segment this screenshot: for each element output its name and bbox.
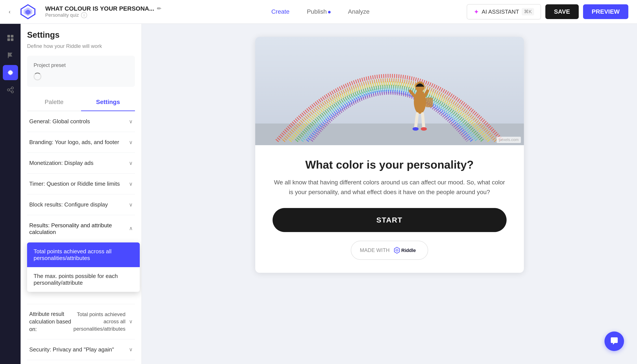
tab-palette[interactable]: Palette xyxy=(27,94,81,111)
accordion-block-results: Block results: Configure display ∨ xyxy=(27,194,135,215)
riddle-logo xyxy=(19,3,36,20)
top-nav: ‹ WHAT COLOUR IS YOUR PERSONA... ✏ Perso… xyxy=(0,0,637,24)
tab-create[interactable]: Create xyxy=(271,6,290,17)
svg-text:Riddle: Riddle xyxy=(401,248,416,253)
image-credit: pexels.com xyxy=(496,137,521,143)
quiz-title: What color is your personality? xyxy=(272,158,506,171)
nav-actions: ✦ AI ASSISTANT ⌘K SAVE PREVIEW xyxy=(467,4,628,20)
chevron-up-icon: ∨ xyxy=(129,226,133,232)
tab-analyze[interactable]: Analyze xyxy=(348,6,370,17)
ai-shortcut: ⌘K xyxy=(522,8,534,16)
svg-point-10 xyxy=(7,89,10,91)
nav-tabs: Create Publish Analyze xyxy=(183,6,458,17)
accordion-security: Security: Privacy and "Play again" ∨ xyxy=(27,339,135,360)
chevron-down-icon: ∨ xyxy=(129,346,133,352)
chevron-down-icon: ∨ xyxy=(129,139,133,146)
chevron-down-icon: ∨ xyxy=(129,118,133,124)
loading-spinner xyxy=(34,72,42,80)
svg-line-12 xyxy=(10,88,11,89)
accordion-timer-header[interactable]: Timer: Question or Riddle time limits ∨ xyxy=(27,174,135,194)
nav-title: WHAT COLOUR IS YOUR PERSONA... ✏ xyxy=(45,5,161,12)
accordion-general: General: Global controls ∨ xyxy=(27,111,135,132)
made-with-label: MADE WITH xyxy=(360,247,390,253)
project-preset-label: Project preset xyxy=(34,62,128,68)
ai-icon: ✦ xyxy=(474,8,479,16)
svg-rect-18 xyxy=(425,98,433,107)
svg-point-22 xyxy=(421,127,427,131)
tab-settings[interactable]: Settings xyxy=(81,94,135,111)
edit-icon[interactable]: ✏ xyxy=(157,6,161,12)
accordion-security-header[interactable]: Security: Privacy and "Play again" ∨ xyxy=(27,339,135,360)
svg-rect-4 xyxy=(11,35,14,38)
quiz-description: We all know that having different colors… xyxy=(272,178,506,197)
svg-line-20 xyxy=(422,114,424,128)
preview-button[interactable]: PREVIEW xyxy=(583,4,628,19)
ai-assistant-button[interactable]: ✦ AI ASSISTANT ⌘K xyxy=(467,4,541,20)
svg-line-19 xyxy=(416,114,417,128)
project-preset-box: Project preset xyxy=(27,56,135,87)
tab-publish[interactable]: Publish xyxy=(307,6,331,17)
svg-point-21 xyxy=(412,127,418,131)
tab-switcher: Palette Settings xyxy=(27,94,135,111)
dropdown-popup: Total points achieved across all persona… xyxy=(27,242,140,292)
sidebar-icons xyxy=(0,24,20,364)
accordion-results: Results: Personality and attribute calcu… xyxy=(27,215,135,339)
nav-subtitle: Personality quiz i xyxy=(45,12,161,18)
attribute-result-row: Attribute result calculation based on: T… xyxy=(27,304,135,339)
chevron-down-icon: ∨ xyxy=(129,181,133,187)
accordion-timer: Timer: Question or Riddle time limits ∨ xyxy=(27,174,135,194)
svg-point-11 xyxy=(11,91,14,93)
chat-button[interactable] xyxy=(604,332,624,351)
svg-point-9 xyxy=(11,87,14,89)
chevron-left-icon: ‹ xyxy=(9,8,10,15)
attribute-result-label: Attribute result calculation based on: xyxy=(29,310,74,333)
svg-rect-6 xyxy=(11,38,14,41)
sidebar-item-grid[interactable] xyxy=(3,30,18,46)
quiz-preview: pexels.com What color is your personalit… xyxy=(255,37,524,273)
back-button[interactable]: ‹ xyxy=(9,8,10,15)
svg-marker-26 xyxy=(395,248,399,252)
start-button[interactable]: START xyxy=(272,208,506,232)
quiz-cover-image: pexels.com xyxy=(255,37,524,145)
riddle-brand-logo: Riddle xyxy=(393,246,419,254)
settings-subtitle: Define how your Riddle will work xyxy=(27,43,135,49)
attribute-result-header[interactable]: Attribute result calculation based on: T… xyxy=(29,310,133,333)
svg-rect-3 xyxy=(7,35,10,38)
accordion-monetization: Monetization: Display ads ∨ xyxy=(27,153,135,174)
info-icon[interactable]: i xyxy=(81,12,87,18)
settings-panel: Settings Define how your Riddle will wor… xyxy=(20,24,142,364)
accordion-block-results-header[interactable]: Block results: Configure display ∨ xyxy=(27,194,135,215)
preview-panel: pexels.com What color is your personalit… xyxy=(142,24,637,364)
svg-line-13 xyxy=(10,90,11,92)
chevron-down-icon: ∨ xyxy=(129,202,133,208)
chevron-down-icon: ∨ xyxy=(129,318,133,324)
svg-rect-5 xyxy=(7,38,10,41)
results-content: Personality result calculation based on:… xyxy=(27,242,135,265)
dropdown-option-total[interactable]: Total points achieved across all persona… xyxy=(27,242,140,267)
made-with-badge: MADE WITH Riddle xyxy=(351,241,428,260)
chevron-down-icon: ∨ xyxy=(129,160,133,166)
accordion: General: Global controls ∨ Branding: You… xyxy=(27,111,135,360)
svg-point-16 xyxy=(414,90,426,114)
main-layout: Settings Define how your Riddle will wor… xyxy=(0,24,637,364)
sidebar-item-settings[interactable] xyxy=(3,65,18,80)
accordion-results-header[interactable]: Results: Personality and attribute calcu… xyxy=(27,215,135,242)
accordion-monetization-header[interactable]: Monetization: Display ads ∨ xyxy=(27,153,135,173)
accordion-branding-header[interactable]: Branding: Your logo, ads, and footer ∨ xyxy=(27,132,135,152)
svg-rect-15 xyxy=(255,124,524,145)
quiz-body: What color is your personality? We all k… xyxy=(255,145,524,273)
accordion-general-header[interactable]: General: Global controls ∨ xyxy=(27,111,135,132)
save-button[interactable]: SAVE xyxy=(545,4,579,19)
dropdown-option-max[interactable]: The max. points possible for each person… xyxy=(27,267,140,292)
sidebar-item-share[interactable] xyxy=(3,82,18,98)
attribute-result-value: Total points achieved across all persona… xyxy=(74,311,126,332)
sidebar-item-flag[interactable] xyxy=(3,48,18,63)
nav-title-section: WHAT COLOUR IS YOUR PERSONA... ✏ Persona… xyxy=(45,5,161,18)
settings-title: Settings xyxy=(27,30,135,40)
accordion-branding: Branding: Your logo, ads, and footer ∨ xyxy=(27,132,135,153)
